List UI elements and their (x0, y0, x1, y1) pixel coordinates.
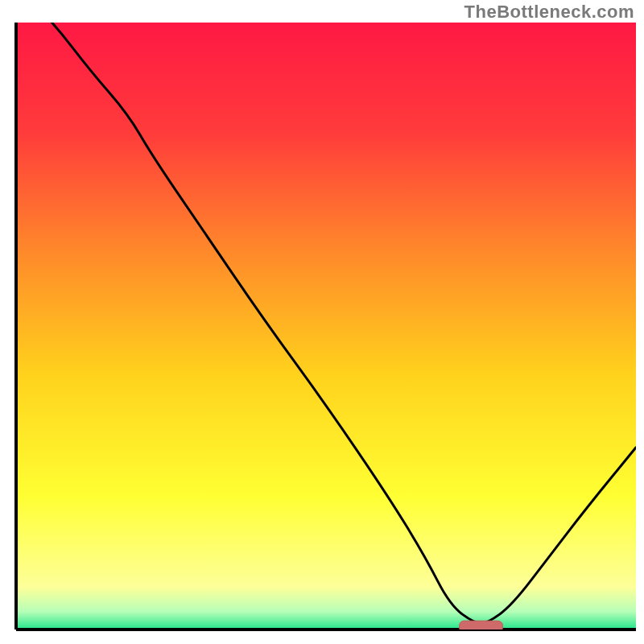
plot-background (16, 23, 636, 630)
chart-svg (0, 0, 644, 644)
chart-root: TheBottleneck.com (0, 0, 644, 644)
watermark-label: TheBottleneck.com (464, 2, 634, 23)
